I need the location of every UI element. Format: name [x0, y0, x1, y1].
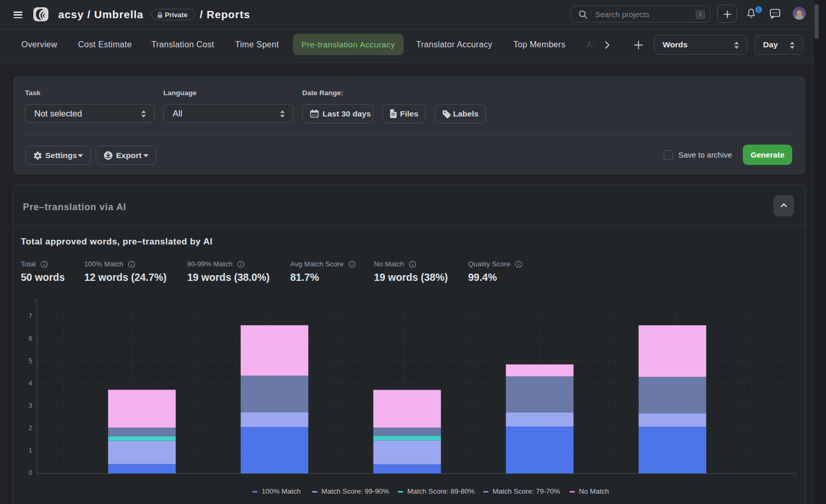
svg-text:5: 5: [29, 357, 32, 365]
svg-text:6: 6: [29, 335, 32, 342]
svg-text:0: 0: [29, 469, 32, 476]
svg-text:4: 4: [29, 380, 32, 387]
svg-text:1: 1: [29, 447, 32, 454]
svg-text:3: 3: [29, 402, 32, 409]
svg-text:2: 2: [29, 424, 32, 432]
svg-text:7: 7: [29, 313, 32, 320]
